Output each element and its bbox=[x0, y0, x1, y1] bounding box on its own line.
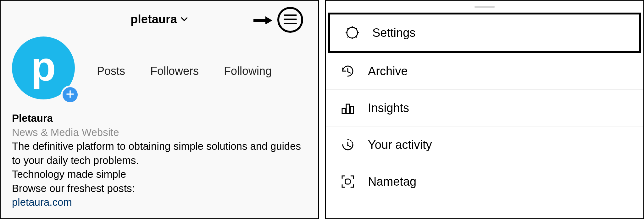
menu-item-nametag[interactable]: Nametag bbox=[326, 163, 643, 200]
stat-following[interactable]: Following bbox=[224, 65, 272, 78]
menu-item-activity[interactable]: Your activity bbox=[326, 126, 643, 163]
username-dropdown[interactable]: pletaura bbox=[130, 13, 188, 26]
gear-icon bbox=[343, 24, 361, 42]
profile-bio: Pletaura News & Media Website The defini… bbox=[12, 111, 307, 210]
avatar[interactable]: p bbox=[12, 36, 78, 103]
menu-label: Settings bbox=[372, 26, 415, 40]
svg-line-22 bbox=[348, 145, 350, 147]
menu-label: Your activity bbox=[368, 138, 432, 152]
add-story-button[interactable] bbox=[61, 86, 79, 104]
menu-drawer: Settings Archive Insights Your activity … bbox=[325, 0, 644, 219]
stat-followers[interactable]: Followers bbox=[150, 65, 199, 78]
menu-label: Nametag bbox=[368, 175, 416, 188]
bio-line-3: Browse our freshest posts: bbox=[12, 182, 307, 196]
menu-item-settings[interactable]: Settings bbox=[328, 13, 641, 53]
bio-category: News & Media Website bbox=[12, 126, 307, 140]
chevron-down-icon bbox=[180, 13, 188, 26]
svg-marker-1 bbox=[265, 16, 272, 24]
svg-rect-19 bbox=[346, 104, 349, 114]
archive-icon bbox=[339, 62, 357, 80]
menu-label: Archive bbox=[368, 65, 408, 78]
activity-icon bbox=[339, 136, 357, 154]
svg-line-17 bbox=[348, 72, 350, 73]
profile-header: pletaura bbox=[12, 8, 307, 30]
profile-stats: Posts Followers Following bbox=[97, 65, 272, 78]
bio-link[interactable]: pletaura.com bbox=[12, 195, 307, 210]
stat-posts[interactable]: Posts bbox=[97, 65, 125, 78]
avatar-letter: p bbox=[31, 46, 56, 87]
svg-rect-20 bbox=[350, 107, 353, 114]
nametag-icon bbox=[339, 173, 357, 190]
bio-line-2: Technology made simple bbox=[12, 167, 307, 182]
bio-line-1: The definitive platform to obtaining sim… bbox=[12, 139, 307, 167]
menu-label: Insights bbox=[368, 101, 409, 115]
profile-mid-row: p Posts Followers Following bbox=[12, 36, 307, 103]
profile-screen: pletaura p Posts Fol bbox=[0, 0, 319, 219]
drawer-grabber[interactable] bbox=[475, 6, 495, 8]
menu-item-archive[interactable]: Archive bbox=[326, 53, 643, 90]
bio-name: Pletaura bbox=[12, 111, 307, 126]
svg-rect-23 bbox=[345, 179, 350, 184]
insights-icon bbox=[339, 99, 357, 117]
username: pletaura bbox=[130, 13, 177, 26]
hamburger-menu-button[interactable] bbox=[277, 7, 303, 33]
svg-rect-18 bbox=[342, 109, 345, 114]
panel-divider bbox=[319, 0, 325, 219]
plus-icon bbox=[66, 90, 75, 100]
annotation-arrow-icon bbox=[253, 16, 272, 24]
hamburger-icon bbox=[284, 14, 297, 26]
svg-rect-0 bbox=[253, 19, 266, 22]
menu-item-insights[interactable]: Insights bbox=[326, 90, 643, 126]
